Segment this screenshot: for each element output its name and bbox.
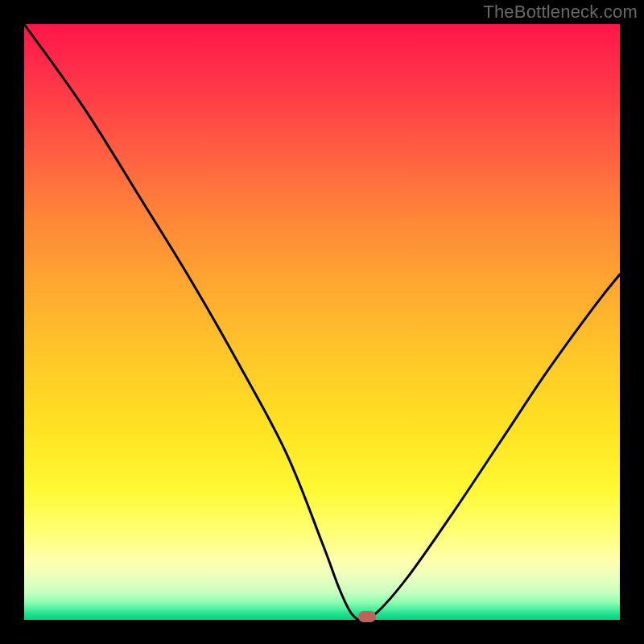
chart-container: TheBottleneck.com bbox=[0, 0, 644, 644]
optimum-marker bbox=[358, 611, 376, 622]
plot-area bbox=[24, 24, 620, 620]
watermark-text: TheBottleneck.com bbox=[483, 2, 638, 23]
bottleneck-curve bbox=[24, 24, 620, 620]
